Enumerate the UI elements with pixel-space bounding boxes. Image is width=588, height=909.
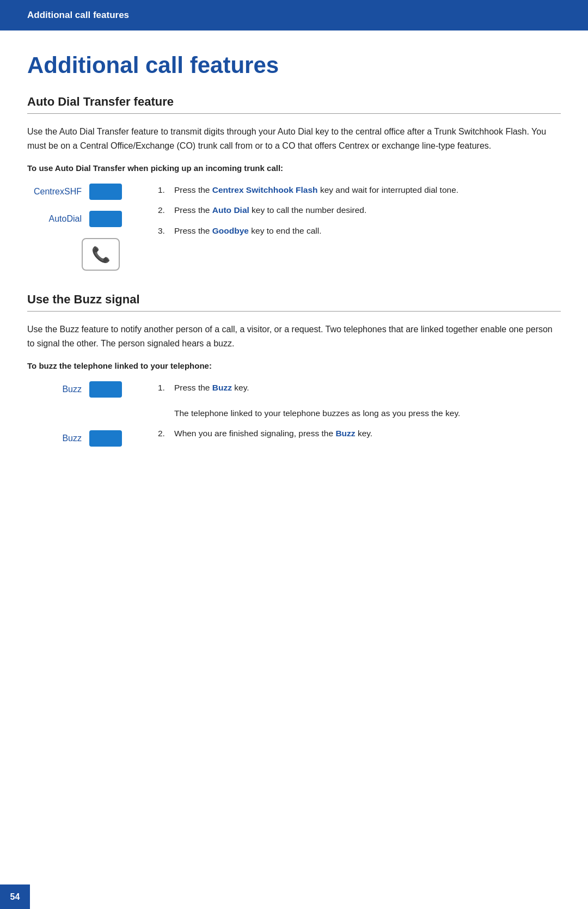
buzz-button-1: [89, 381, 122, 398]
auto-dial-key-row: AutoDial: [27, 211, 122, 227]
buzz-label-1: Buzz: [27, 385, 82, 394]
buzz-title: Use the Buzz signal: [27, 292, 561, 312]
auto-dial-step-1: 1. Press the Centrex Switchhook Flash ke…: [158, 184, 561, 196]
buzz-steps-list: 1. Press the Buzz key. The telephone lin…: [158, 381, 561, 440]
buzz-key-row-1: Buzz: [27, 381, 122, 398]
auto-dial-section: Auto Dial Transfer feature Use the Auto …: [27, 95, 561, 271]
page-title: Additional call features: [27, 52, 561, 78]
page-number: 54: [0, 884, 30, 909]
centrex-switchhook-link: Centrex Switchhook Flash: [212, 185, 318, 194]
buzz-link-1: Buzz: [212, 383, 232, 392]
header-label: Additional call features: [27, 10, 129, 20]
buzz-section: Use the Buzz signal Use the Buzz feature…: [27, 292, 561, 447]
auto-dial-link: Auto Dial: [212, 205, 249, 215]
buzz-step-2: 2. When you are finished signaling, pres…: [158, 427, 561, 440]
buzz-body: Use the Buzz feature to notify another p…: [27, 322, 561, 350]
phone-icon: 📞: [91, 246, 111, 264]
buzz-steps: 1. Press the Buzz key. The telephone lin…: [158, 381, 561, 447]
auto-dial-button: [89, 211, 122, 227]
buzz-keys: Buzz Buzz: [27, 381, 136, 447]
header-bar: Additional call features: [0, 0, 588, 30]
buzz-button-2: [89, 430, 122, 447]
buzz-key-row-2: Buzz: [27, 430, 122, 447]
buzz-link-2: Buzz: [335, 429, 355, 438]
auto-dial-steps-list: 1. Press the Centrex Switchhook Flash ke…: [158, 184, 561, 237]
auto-dial-step-3: 3. Press the Goodbye key to end the call…: [158, 224, 561, 237]
phone-icon-box: 📞: [82, 238, 120, 271]
buzz-instruction-area: Buzz Buzz 1. Press the Buzz key.: [27, 381, 561, 447]
goodbye-link: Goodbye: [212, 226, 249, 235]
buzz-label-2: Buzz: [27, 434, 82, 443]
auto-dial-body: Use the Auto Dial Transfer feature to tr…: [27, 125, 561, 152]
auto-dial-instruction-area: CentrexSHF AutoDial 📞 1. Pre: [27, 184, 561, 271]
auto-dial-step-2: 2. Press the Auto Dial key to call the n…: [158, 204, 561, 216]
buzz-step-1: 1. Press the Buzz key. The telephone lin…: [158, 381, 561, 419]
centrex-shf-key-row: CentrexSHF: [27, 184, 122, 200]
centrex-shf-button: [89, 184, 122, 200]
centrex-shf-label: CentrexSHF: [27, 187, 82, 197]
auto-dial-steps: 1. Press the Centrex Switchhook Flash ke…: [158, 184, 561, 245]
auto-dial-subsection-label: To use Auto Dial Transfer when picking u…: [27, 163, 561, 173]
auto-dial-title: Auto Dial Transfer feature: [27, 95, 561, 114]
auto-dial-label: AutoDial: [27, 214, 82, 224]
auto-dial-keys: CentrexSHF AutoDial 📞: [27, 184, 136, 271]
buzz-subsection-label: To buzz the telephone linked to your tel…: [27, 361, 561, 370]
page-content: Additional call features Auto Dial Trans…: [0, 30, 588, 502]
